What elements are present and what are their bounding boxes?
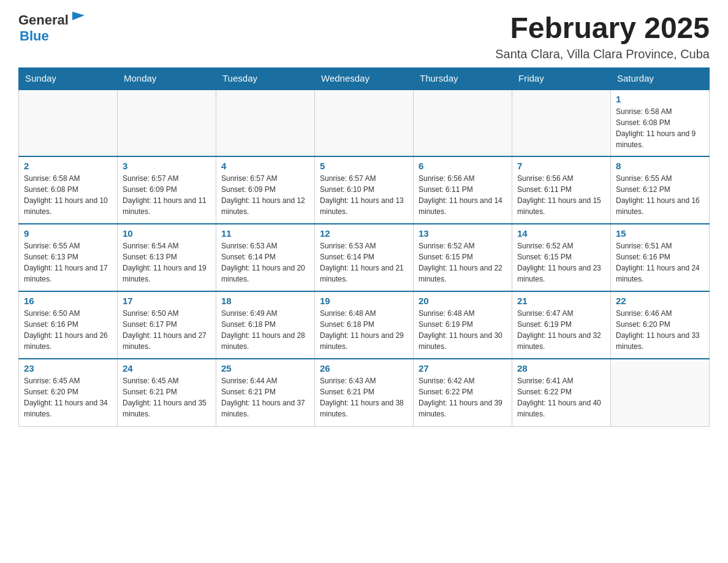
calendar-day-cell xyxy=(414,89,512,156)
calendar-day-cell: 16Sunrise: 6:50 AMSunset: 6:16 PMDayligh… xyxy=(19,291,118,359)
day-number: 28 xyxy=(517,363,605,373)
logo-general-text: General xyxy=(18,12,69,28)
calendar-day-cell: 12Sunrise: 6:53 AMSunset: 6:14 PMDayligh… xyxy=(315,224,414,291)
day-info: Sunrise: 6:56 AMSunset: 6:11 PMDaylight:… xyxy=(419,173,507,217)
logo-flag-icon xyxy=(70,9,87,26)
calendar-header-row: SundayMondayTuesdayWednesdayThursdayFrid… xyxy=(19,67,710,89)
day-number: 24 xyxy=(123,363,211,373)
day-info: Sunrise: 6:51 AMSunset: 6:16 PMDaylight:… xyxy=(616,240,704,285)
calendar-day-cell: 17Sunrise: 6:50 AMSunset: 6:17 PMDayligh… xyxy=(118,291,216,359)
day-info: Sunrise: 6:43 AMSunset: 6:21 PMDaylight:… xyxy=(320,375,408,419)
day-number: 19 xyxy=(320,296,408,306)
calendar-week-row: 2Sunrise: 6:58 AMSunset: 6:08 PMDaylight… xyxy=(19,156,710,224)
day-info: Sunrise: 6:54 AMSunset: 6:13 PMDaylight:… xyxy=(123,240,211,285)
day-of-week-header: Wednesday xyxy=(315,67,414,89)
calendar-day-cell: 8Sunrise: 6:55 AMSunset: 6:12 PMDaylight… xyxy=(611,156,710,224)
calendar-day-cell xyxy=(512,89,611,156)
day-number: 6 xyxy=(419,161,507,171)
day-number: 4 xyxy=(221,161,309,171)
day-info: Sunrise: 6:53 AMSunset: 6:14 PMDaylight:… xyxy=(320,240,408,285)
calendar-day-cell: 22Sunrise: 6:46 AMSunset: 6:20 PMDayligh… xyxy=(611,291,710,359)
day-number: 10 xyxy=(123,228,211,239)
calendar-day-cell: 27Sunrise: 6:42 AMSunset: 6:22 PMDayligh… xyxy=(414,359,512,426)
day-info: Sunrise: 6:57 AMSunset: 6:10 PMDaylight:… xyxy=(320,173,408,217)
day-info: Sunrise: 6:44 AMSunset: 6:21 PMDaylight:… xyxy=(221,375,309,419)
calendar-day-cell: 9Sunrise: 6:55 AMSunset: 6:13 PMDaylight… xyxy=(19,224,118,291)
day-number: 3 xyxy=(123,161,211,171)
calendar-title-block: February 2025 Santa Clara, Villa Clara P… xyxy=(495,12,710,61)
calendar-week-row: 1Sunrise: 6:58 AMSunset: 6:08 PMDaylight… xyxy=(19,89,710,156)
day-info: Sunrise: 6:47 AMSunset: 6:19 PMDaylight:… xyxy=(517,308,605,352)
day-info: Sunrise: 6:50 AMSunset: 6:17 PMDaylight:… xyxy=(123,308,211,352)
day-info: Sunrise: 6:53 AMSunset: 6:14 PMDaylight:… xyxy=(221,240,309,285)
day-number: 5 xyxy=(320,161,408,171)
day-info: Sunrise: 6:52 AMSunset: 6:15 PMDaylight:… xyxy=(419,240,507,285)
day-number: 22 xyxy=(616,296,704,306)
day-number: 1 xyxy=(616,94,704,104)
day-number: 7 xyxy=(517,161,605,171)
logo-blue-text: Blue xyxy=(20,28,49,44)
day-info: Sunrise: 6:58 AMSunset: 6:08 PMDaylight:… xyxy=(616,106,704,150)
logo: General Blue xyxy=(18,12,87,44)
day-number: 18 xyxy=(221,296,309,306)
day-number: 9 xyxy=(24,228,112,239)
day-info: Sunrise: 6:49 AMSunset: 6:18 PMDaylight:… xyxy=(221,308,309,352)
calendar-day-cell: 7Sunrise: 6:56 AMSunset: 6:11 PMDaylight… xyxy=(512,156,611,224)
calendar-day-cell: 5Sunrise: 6:57 AMSunset: 6:10 PMDaylight… xyxy=(315,156,414,224)
calendar-day-cell: 21Sunrise: 6:47 AMSunset: 6:19 PMDayligh… xyxy=(512,291,611,359)
day-number: 21 xyxy=(517,296,605,306)
day-info: Sunrise: 6:46 AMSunset: 6:20 PMDaylight:… xyxy=(616,308,704,352)
calendar-table: SundayMondayTuesdayWednesdayThursdayFrid… xyxy=(18,67,710,427)
day-info: Sunrise: 6:45 AMSunset: 6:20 PMDaylight:… xyxy=(24,375,112,419)
day-number: 12 xyxy=(320,228,408,239)
calendar-day-cell: 26Sunrise: 6:43 AMSunset: 6:21 PMDayligh… xyxy=(315,359,414,426)
day-number: 11 xyxy=(221,228,309,239)
day-info: Sunrise: 6:55 AMSunset: 6:12 PMDaylight:… xyxy=(616,173,704,217)
calendar-day-cell: 28Sunrise: 6:41 AMSunset: 6:22 PMDayligh… xyxy=(512,359,611,426)
location-title: Santa Clara, Villa Clara Province, Cuba xyxy=(495,47,710,61)
day-number: 13 xyxy=(419,228,507,239)
day-number: 27 xyxy=(419,363,507,373)
day-info: Sunrise: 6:57 AMSunset: 6:09 PMDaylight:… xyxy=(123,173,211,217)
day-of-week-header: Sunday xyxy=(19,67,118,89)
day-info: Sunrise: 6:48 AMSunset: 6:19 PMDaylight:… xyxy=(419,308,507,352)
calendar-day-cell: 3Sunrise: 6:57 AMSunset: 6:09 PMDaylight… xyxy=(118,156,216,224)
day-of-week-header: Thursday xyxy=(414,67,512,89)
day-number: 26 xyxy=(320,363,408,373)
day-info: Sunrise: 6:45 AMSunset: 6:21 PMDaylight:… xyxy=(123,375,211,419)
calendar-day-cell xyxy=(118,89,216,156)
day-number: 8 xyxy=(616,161,704,171)
day-number: 15 xyxy=(616,228,704,239)
day-info: Sunrise: 6:50 AMSunset: 6:16 PMDaylight:… xyxy=(24,308,112,352)
day-number: 20 xyxy=(419,296,507,306)
day-of-week-header: Tuesday xyxy=(216,67,315,89)
calendar-day-cell: 23Sunrise: 6:45 AMSunset: 6:20 PMDayligh… xyxy=(19,359,118,426)
calendar-day-cell: 14Sunrise: 6:52 AMSunset: 6:15 PMDayligh… xyxy=(512,224,611,291)
day-info: Sunrise: 6:41 AMSunset: 6:22 PMDaylight:… xyxy=(517,375,605,419)
day-info: Sunrise: 6:55 AMSunset: 6:13 PMDaylight:… xyxy=(24,240,112,285)
day-of-week-header: Friday xyxy=(512,67,611,89)
calendar-day-cell: 13Sunrise: 6:52 AMSunset: 6:15 PMDayligh… xyxy=(414,224,512,291)
day-info: Sunrise: 6:48 AMSunset: 6:18 PMDaylight:… xyxy=(320,308,408,352)
calendar-day-cell: 6Sunrise: 6:56 AMSunset: 6:11 PMDaylight… xyxy=(414,156,512,224)
day-info: Sunrise: 6:57 AMSunset: 6:09 PMDaylight:… xyxy=(221,173,309,217)
calendar-day-cell: 20Sunrise: 6:48 AMSunset: 6:19 PMDayligh… xyxy=(414,291,512,359)
month-title: February 2025 xyxy=(495,12,710,45)
day-number: 17 xyxy=(123,296,211,306)
calendar-day-cell: 2Sunrise: 6:58 AMSunset: 6:08 PMDaylight… xyxy=(19,156,118,224)
calendar-day-cell xyxy=(216,89,315,156)
calendar-day-cell xyxy=(315,89,414,156)
day-info: Sunrise: 6:58 AMSunset: 6:08 PMDaylight:… xyxy=(24,173,112,217)
calendar-week-row: 9Sunrise: 6:55 AMSunset: 6:13 PMDaylight… xyxy=(19,224,710,291)
day-number: 14 xyxy=(517,228,605,239)
calendar-day-cell: 10Sunrise: 6:54 AMSunset: 6:13 PMDayligh… xyxy=(118,224,216,291)
calendar-day-cell: 11Sunrise: 6:53 AMSunset: 6:14 PMDayligh… xyxy=(216,224,315,291)
day-number: 2 xyxy=(24,161,112,171)
page-header: General Blue February 2025 Santa Clara, … xyxy=(18,12,710,61)
calendar-day-cell: 15Sunrise: 6:51 AMSunset: 6:16 PMDayligh… xyxy=(611,224,710,291)
calendar-day-cell xyxy=(19,89,118,156)
calendar-day-cell: 1Sunrise: 6:58 AMSunset: 6:08 PMDaylight… xyxy=(611,89,710,156)
calendar-week-row: 16Sunrise: 6:50 AMSunset: 6:16 PMDayligh… xyxy=(19,291,710,359)
calendar-day-cell: 25Sunrise: 6:44 AMSunset: 6:21 PMDayligh… xyxy=(216,359,315,426)
calendar-day-cell: 19Sunrise: 6:48 AMSunset: 6:18 PMDayligh… xyxy=(315,291,414,359)
